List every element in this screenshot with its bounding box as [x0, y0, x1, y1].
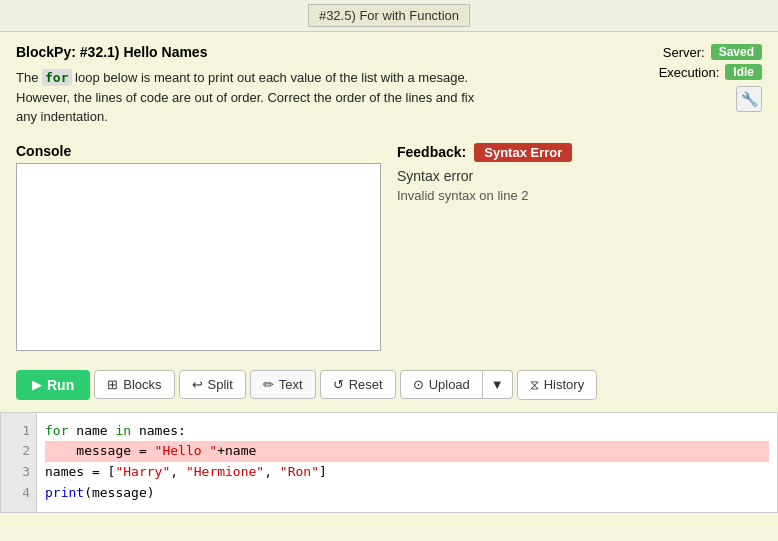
code-line-3: names = ["Harry", "Hermione", "Ron"]: [45, 462, 769, 483]
split-label: Split: [208, 377, 233, 392]
server-badge: Saved: [711, 44, 762, 60]
feedback-row: Feedback: Syntax Error: [397, 143, 762, 162]
problem-title: BlockPy: #32.1) Hello Names: [16, 44, 474, 60]
feedback-error-detail: Invalid syntax on line 2: [397, 188, 762, 203]
content-area: Console Feedback: Syntax Error Syntax er…: [16, 143, 762, 354]
run-label: Run: [47, 377, 74, 393]
chevron-down-icon: ▼: [491, 377, 504, 392]
breadcrumb-bar: #32.5) For with Function: [0, 0, 778, 32]
header-row: BlockPy: #32.1) Hello Names The for loop…: [16, 44, 762, 127]
blocks-button[interactable]: ⊞ Blocks: [94, 370, 174, 399]
upload-button[interactable]: ⊙ Upload: [400, 370, 483, 399]
blockpy-label: BlockPy:: [16, 44, 80, 60]
server-status: Server: Saved Execution: Idle 🔧: [659, 44, 762, 112]
history-button[interactable]: ⧖ History: [517, 370, 597, 400]
code-editor: 1 2 3 4 for name in names: message = "He…: [0, 412, 778, 513]
blocks-icon: ⊞: [107, 377, 118, 392]
problem-id: #32.1): [80, 44, 120, 60]
line-number-2: 2: [7, 441, 30, 462]
feedback-section: Feedback: Syntax Error Syntax error Inva…: [397, 143, 762, 354]
reset-label: Reset: [349, 377, 383, 392]
text-label: Text: [279, 377, 303, 392]
problem-description: The for loop below is meant to print out…: [16, 68, 474, 127]
execution-badge: Idle: [725, 64, 762, 80]
run-button[interactable]: Run: [16, 370, 90, 400]
blocks-label: Blocks: [123, 377, 161, 392]
feedback-error-title: Syntax error: [397, 168, 762, 184]
console-section: Console: [16, 143, 381, 354]
wrench-button[interactable]: 🔧: [736, 86, 762, 112]
upload-label: Upload: [429, 377, 470, 392]
code-line-4: print(message): [45, 483, 769, 504]
syntax-error-badge: Syntax Error: [474, 143, 572, 162]
split-button[interactable]: ↩ Split: [179, 370, 246, 399]
problem-header: BlockPy: #32.1) Hello Names The for loop…: [16, 44, 474, 127]
history-label: History: [544, 377, 584, 392]
history-icon: ⧖: [530, 377, 539, 393]
problem-name: Hello Names: [123, 44, 207, 60]
line-number-1: 1: [7, 421, 30, 442]
reset-button[interactable]: ↺ Reset: [320, 370, 396, 399]
split-icon: ↩: [192, 377, 203, 392]
server-status-row: Server: Saved: [663, 44, 762, 60]
code-lines[interactable]: for name in names: message = "Hello "+na…: [37, 413, 777, 512]
toolbar: Run ⊞ Blocks ↩ Split ✏ Text ↺ Reset ⊙ Up…: [16, 366, 762, 404]
feedback-label: Feedback:: [397, 144, 466, 160]
reset-icon: ↺: [333, 377, 344, 392]
upload-dropdown-button[interactable]: ▼: [483, 370, 513, 399]
main-area: BlockPy: #32.1) Hello Names The for loop…: [0, 32, 778, 412]
for-keyword: for: [42, 69, 71, 86]
upload-group: ⊙ Upload ▼: [400, 370, 513, 399]
text-icon: ✏: [263, 377, 274, 392]
text-button[interactable]: ✏ Text: [250, 370, 316, 399]
code-line-1: for name in names:: [45, 421, 769, 442]
upload-icon: ⊙: [413, 377, 424, 392]
server-label: Server:: [663, 45, 705, 60]
line-number-4: 4: [7, 483, 30, 504]
console-textarea[interactable]: [16, 163, 381, 351]
code-line-2: message = "Hello "+name: [45, 441, 769, 462]
console-label: Console: [16, 143, 381, 159]
breadcrumb[interactable]: #32.5) For with Function: [308, 4, 470, 27]
wrench-icon: 🔧: [741, 91, 758, 107]
line-number-3: 3: [7, 462, 30, 483]
execution-status-row: Execution: Idle: [659, 64, 762, 80]
execution-label: Execution:: [659, 65, 720, 80]
line-numbers: 1 2 3 4: [1, 413, 37, 512]
